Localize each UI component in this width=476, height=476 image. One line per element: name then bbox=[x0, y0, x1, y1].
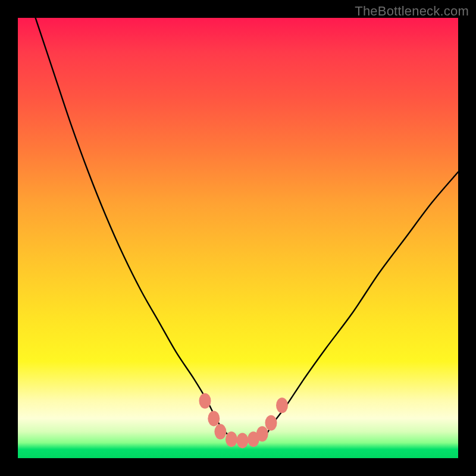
watermark-text: TheBottleneck.com bbox=[355, 4, 469, 19]
trough-marker bbox=[214, 424, 226, 440]
trough-marker bbox=[208, 411, 220, 426]
trough-marker bbox=[226, 431, 237, 447]
trough-marker bbox=[256, 426, 268, 441]
bottleneck-curve bbox=[36, 18, 458, 441]
trough-markers-group bbox=[199, 393, 289, 449]
trough-marker bbox=[236, 433, 248, 448]
trough-marker bbox=[199, 393, 211, 409]
chart-frame: TheBottleneck.com bbox=[0, 0, 476, 476]
chart-overlay bbox=[18, 18, 458, 458]
trough-marker bbox=[265, 415, 277, 431]
trough-marker bbox=[276, 397, 288, 413]
